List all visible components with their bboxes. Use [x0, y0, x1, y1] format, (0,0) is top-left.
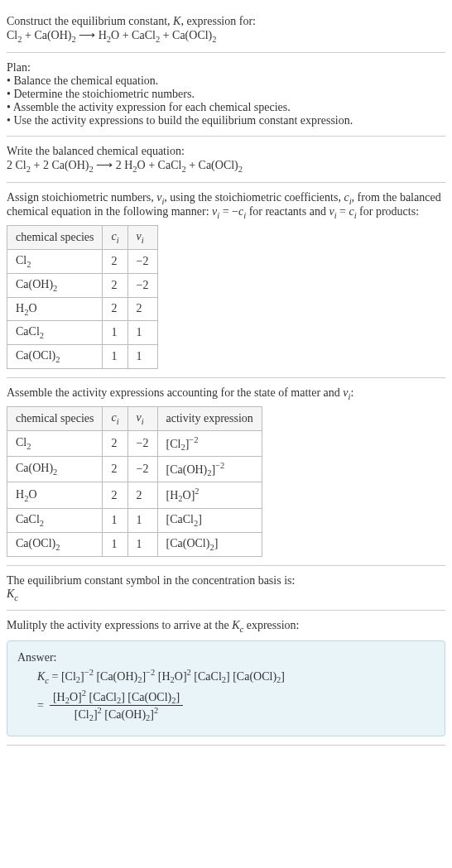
col-expr: activity expression [157, 406, 262, 430]
answer-box: Answer: Kc = [Cl2]−2 [Ca(OH)2]−2 [H2O]2 … [7, 640, 445, 736]
col-c: ci [103, 226, 127, 250]
col-species: chemical species [7, 406, 103, 430]
symbol-text: The equilibrium constant symbol in the c… [7, 574, 445, 587]
table-row: Cl22−2 [7, 249, 158, 273]
col-c: ci [103, 406, 127, 430]
activity-heading: Assemble the activity expressions accoun… [7, 386, 445, 401]
multiply-heading: Mulitply the activity expressions to arr… [7, 619, 445, 634]
intro-section: Construct the equilibrium constant, K, e… [7, 7, 445, 53]
activity-section: Assemble the activity expressions accoun… [7, 378, 445, 566]
table-row: H2O22 [7, 297, 158, 321]
balanced-equation: 2 Cl2 + 2 Ca(OH)2 ⟶ 2 H2O + CaCl2 + Ca(O… [7, 158, 445, 174]
balanced-section: Write the balanced chemical equation: 2 … [7, 137, 445, 183]
symbol-section: The equilibrium constant symbol in the c… [7, 566, 445, 611]
stoich-table: chemical species ci νi Cl22−2 Ca(OH)22−2… [7, 225, 158, 369]
plan-item: • Balance the chemical equation. [7, 74, 445, 88]
table-row: CaCl211[CaCl2] [7, 508, 262, 532]
plan-item: • Assemble the activity expression for e… [7, 101, 445, 114]
stoich-section: Assign stoichiometric numbers, νi, using… [7, 183, 445, 378]
table-row: H2O22[H2O]2 [7, 482, 262, 508]
multiply-section: Mulitply the activity expressions to arr… [7, 611, 445, 746]
table-header-row: chemical species ci νi activity expressi… [7, 406, 262, 430]
plan-item: • Determine the stoichiometric numbers. [7, 88, 445, 101]
plan-section: Plan: • Balance the chemical equation. •… [7, 53, 445, 137]
balanced-heading: Write the balanced chemical equation: [7, 145, 445, 158]
activity-table: chemical species ci νi activity expressi… [7, 406, 262, 557]
answer-label: Answer: [17, 651, 435, 664]
plan-heading: Plan: [7, 61, 445, 74]
intro-equation: Cl2 + Ca(OH)2 ⟶ H2O + CaCl2 + Ca(OCl)2 [7, 28, 445, 44]
table-row: Ca(OH)22−2 [7, 273, 158, 297]
answer-eq-line1: Kc = [Cl2]−2 [Ca(OH)2]−2 [H2O]2 [CaCl2] … [37, 668, 435, 684]
stoich-text: Assign stoichiometric numbers, νi, using… [7, 191, 445, 221]
intro-text: Construct the equilibrium constant, K, e… [7, 15, 445, 28]
symbol-kc: Kc [7, 587, 445, 602]
col-v: νi [127, 226, 157, 250]
table-row: Ca(OCl)211 [7, 345, 158, 369]
col-v: νi [127, 406, 157, 430]
table-row: CaCl211 [7, 321, 158, 345]
table-row: Ca(OH)22−2[Ca(OH)2]−2 [7, 457, 262, 482]
answer-eq-line2: = [H2O]2 [CaCl2] [Ca(OCl)2] [Cl2]2 [Ca(O… [37, 688, 435, 723]
col-species: chemical species [7, 226, 103, 250]
table-header-row: chemical species ci νi [7, 226, 158, 250]
table-row: Cl22−2[Cl2]−2 [7, 430, 262, 456]
plan-item: • Use the activity expressions to build … [7, 114, 445, 127]
table-row: Ca(OCl)211[Ca(OCl)2] [7, 532, 262, 556]
